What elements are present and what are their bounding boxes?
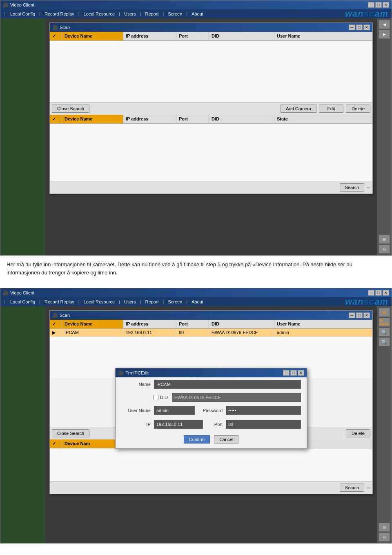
upper-header-device: Device Name <box>62 32 123 40</box>
username-input[interactable] <box>154 406 195 415</box>
password-input[interactable] <box>226 406 301 415</box>
app-icon-2: 🎥 <box>3 290 9 296</box>
search-bar-2: Search ▪▪▪ <box>50 481 372 494</box>
title-bar-1: 🎥 Video Client ─ □ ✕ <box>0 0 392 9</box>
wanscam-logo: wanscam <box>345 9 390 19</box>
frm-maximize-btn[interactable]: □ <box>290 370 297 376</box>
close-search-button-2[interactable]: Close Search <box>52 429 89 437</box>
menu2-report[interactable]: Report <box>142 299 162 305</box>
name-input[interactable] <box>154 380 301 389</box>
menu-report[interactable]: Report <box>142 11 162 17</box>
maximize-button-2[interactable]: □ <box>375 290 382 296</box>
scan-maximize-btn-2[interactable]: □ <box>356 312 363 318</box>
window2: 🎥 Video Client ─ □ ✕ ⁝ Local Config | Re… <box>0 288 392 544</box>
sidebar-icon-ir[interactable]: IR <box>379 308 390 317</box>
close-button[interactable]: ✕ <box>383 2 389 8</box>
scan-dialog-titlebar-2: 🎥 Scan ─ □ ✕ <box>50 311 372 320</box>
password-label: Password <box>198 408 223 413</box>
upper-header-device-2: Device Name <box>62 320 123 328</box>
sidebar-icon-zoom-in[interactable]: 🔍 <box>379 328 390 337</box>
menu-bar-1: ⁝ Local Config | Record Replay | Local R… <box>0 9 392 18</box>
frm-title-left: 🎥 FrmIPCEdit <box>118 370 149 376</box>
menu-record-replay[interactable]: Record Replay <box>41 11 78 17</box>
upper-header-ip-2: IP address <box>123 320 176 328</box>
port-label: Port <box>206 422 223 427</box>
sidebar-grid-1[interactable]: ⊞ <box>379 235 390 244</box>
add-camera-button-1[interactable]: Add Camera <box>281 105 316 113</box>
search-button-1[interactable]: Search <box>340 183 365 192</box>
sidebar-icon-2[interactable]: ▶ <box>379 30 390 39</box>
left-panel-2 <box>0 306 45 543</box>
delete-button-1[interactable]: Delete <box>346 105 370 113</box>
maximize-button[interactable]: □ <box>375 2 382 8</box>
menu-users[interactable]: Users <box>121 11 139 17</box>
menu2-users[interactable]: Users <box>121 299 139 305</box>
scan-title-left: 🎥 Scan <box>52 25 70 30</box>
sidebar-icon-1[interactable]: ◀ <box>379 20 390 29</box>
menu-local-resource[interactable]: Local Resource <box>80 11 118 17</box>
sidebar-icon-ir-auto[interactable]: IRAUTO <box>379 318 390 327</box>
title-bar-left: 🎥 Video Client <box>3 2 34 8</box>
scan-minimize-btn[interactable]: ─ <box>349 25 355 30</box>
did-checkbox-label[interactable]: DID <box>153 395 168 400</box>
minimize-button-2[interactable]: ─ <box>368 290 374 296</box>
title-bar-2: 🎥 Video Client ─ □ ✕ <box>0 288 392 297</box>
frm-title-bar: 🎥 FrmIPCEdit ─ □ ✕ <box>116 368 307 377</box>
app-icon: 🎥 <box>3 2 9 8</box>
table-row-ipcam[interactable]: ▶ IPCAM 192.168.0.11 80 HWAA-010676-FEDC… <box>50 329 372 337</box>
menu2-local-resource[interactable]: Local Resource <box>80 299 118 305</box>
menu-about[interactable]: About <box>188 11 207 17</box>
row-username: admin <box>274 329 372 337</box>
frm-minimize-btn[interactable]: ─ <box>283 370 290 376</box>
menu-separator-icon-2: ⁝ <box>2 299 7 305</box>
sidebar-grid-4[interactable]: ⊟ <box>379 533 390 542</box>
row-device-name: IPCAM <box>62 329 123 337</box>
ip-input[interactable] <box>154 420 203 429</box>
lower-header-port: Port <box>176 115 209 123</box>
close-button-2[interactable]: ✕ <box>383 290 389 296</box>
menu2-local-config[interactable]: Local Config <box>7 299 38 305</box>
edit-button-1[interactable]: Edit <box>319 105 343 113</box>
cancel-button[interactable]: Cancel <box>214 435 238 444</box>
scan-dialog-1: 🎥 Scan ─ □ ✕ ✓ Device Name IP address Po… <box>49 22 373 194</box>
port-input[interactable] <box>226 420 301 429</box>
window1: 🎥 Video Client ─ □ ✕ ⁝ Local Config | Re… <box>0 0 392 256</box>
scan-icon-2: 🎥 <box>52 313 58 318</box>
sidebar-grid-2[interactable]: ⊟ <box>379 245 390 254</box>
center-panel-1: 🎥 Scan ─ □ ✕ ✓ Device Name IP address Po… <box>45 18 377 255</box>
upper-header-check-2: ✓ <box>50 320 62 328</box>
window-title-2: Video Client <box>10 290 34 295</box>
ip-label: IP <box>121 422 151 427</box>
close-search-button-1[interactable]: Close Search <box>52 105 89 113</box>
scan-title-left-2: 🎥 Scan <box>52 313 70 318</box>
did-input[interactable] <box>172 393 301 402</box>
menu-local-config[interactable]: Local Config <box>7 11 38 17</box>
scan-close-btn-2[interactable]: ✕ <box>363 312 370 318</box>
upper-header-port-2: Port <box>176 320 209 328</box>
menu2-record-replay[interactable]: Record Replay <box>41 299 78 305</box>
right-sidebar-2: IR IRAUTO 🔍 🔍 ⊞ ⊟ <box>377 306 392 543</box>
resize-handle-2: ▪▪▪ <box>367 486 370 490</box>
frm-button-row: Confirm Cancel <box>116 431 307 448</box>
delete-button-2[interactable]: Delete <box>346 429 370 437</box>
scan-icon: 🎥 <box>52 25 58 30</box>
upper-header-did-2: DID <box>209 320 274 328</box>
upper-header-username: User Name <box>274 32 372 40</box>
confirm-button[interactable]: Confirm <box>184 435 210 444</box>
menu2-screen[interactable]: Screen <box>165 299 185 305</box>
search-button-2[interactable]: Search <box>340 484 365 492</box>
main-content-1: 🎥 Scan ─ □ ✕ ✓ Device Name IP address Po… <box>0 18 392 255</box>
scan-maximize-btn[interactable]: □ <box>356 25 363 30</box>
minimize-button[interactable]: ─ <box>368 2 374 8</box>
window-title: Video Client <box>10 2 34 7</box>
scan-dialog-2: 🎥 Scan ─ □ ✕ ✓ Device Name IP address Po… <box>49 310 373 494</box>
menu-screen[interactable]: Screen <box>165 11 185 17</box>
frm-close-btn[interactable]: ✕ <box>298 370 304 376</box>
scan-close-btn[interactable]: ✕ <box>363 25 370 30</box>
menu2-about[interactable]: About <box>188 299 207 305</box>
sidebar-grid-3[interactable]: ⊞ <box>379 523 390 532</box>
sidebar-icon-zoom-out[interactable]: 🔍 <box>379 337 390 346</box>
scan-dialog-controls-2: ─ □ ✕ <box>349 312 370 318</box>
did-checkbox[interactable] <box>153 395 158 400</box>
scan-minimize-btn-2[interactable]: ─ <box>349 312 355 318</box>
